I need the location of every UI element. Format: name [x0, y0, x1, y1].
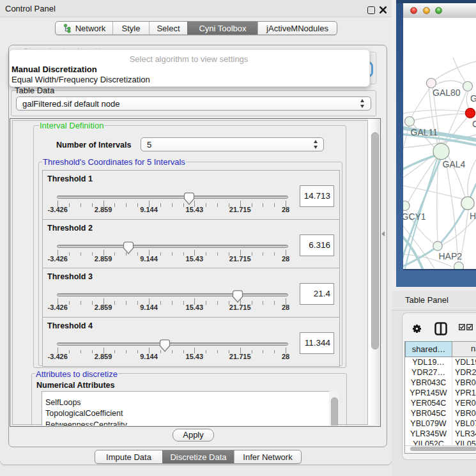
svg-text:GAL80: GAL80 [433, 88, 461, 98]
svg-text:GAL11: GAL11 [411, 127, 438, 137]
svg-text:GAL4: GAL4 [443, 159, 466, 169]
svg-text:GCY1: GCY1 [403, 211, 426, 222]
svg-text:C: C [472, 119, 476, 129]
svg-text:H: H [470, 211, 476, 221]
svg-text:GA: GA [470, 93, 476, 104]
svg-text:HAP2: HAP2 [439, 251, 463, 261]
